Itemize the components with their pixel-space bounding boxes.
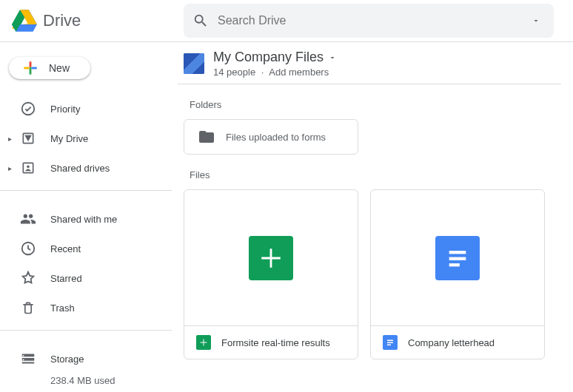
shared-drive-thumbnail[interactable] bbox=[184, 53, 204, 74]
svg-point-3 bbox=[22, 103, 35, 115]
member-count: 14 people bbox=[213, 67, 255, 78]
nav-storage[interactable]: Storage bbox=[0, 344, 172, 374]
docs-icon bbox=[435, 236, 480, 280]
top-bar: Drive bbox=[0, 0, 573, 41]
brand-title: Drive bbox=[43, 11, 81, 30]
plus-icon bbox=[21, 58, 40, 78]
trash-icon bbox=[19, 299, 37, 317]
files-section-label: Files bbox=[190, 169, 561, 180]
svg-rect-8 bbox=[449, 251, 466, 254]
svg-rect-11 bbox=[387, 340, 393, 342]
svg-point-6 bbox=[27, 166, 30, 169]
search-icon bbox=[192, 13, 209, 29]
file-preview bbox=[184, 190, 358, 325]
nav-shared-with-me[interactable]: Shared with me bbox=[0, 204, 172, 234]
storage-icon bbox=[19, 350, 37, 368]
shared-with-me-icon bbox=[19, 210, 37, 228]
priority-icon bbox=[19, 100, 37, 118]
add-members-link[interactable]: Add members bbox=[269, 67, 329, 78]
file-item[interactable]: Company letterhead bbox=[370, 189, 545, 359]
sheets-icon bbox=[249, 236, 293, 280]
chevron-right-icon[interactable]: ▸ bbox=[4, 135, 15, 143]
sidebar: New Priority ▸ My Drive ▸ bbox=[0, 42, 178, 392]
search-box[interactable] bbox=[184, 4, 554, 38]
nav-trash[interactable]: Trash bbox=[0, 293, 172, 322]
my-drive-icon bbox=[19, 129, 37, 147]
shared-drive-title-dropdown[interactable]: My Company Files bbox=[213, 50, 337, 65]
sheets-icon bbox=[196, 335, 211, 350]
file-name: Formsite real-time results bbox=[221, 337, 330, 348]
folder-name: Files uploaded to forms bbox=[226, 132, 326, 143]
search-input[interactable] bbox=[218, 14, 527, 27]
drive-logo-icon bbox=[12, 10, 37, 32]
brand[interactable]: Drive bbox=[6, 10, 184, 32]
nav-recent[interactable]: Recent bbox=[0, 234, 172, 263]
chevron-down-icon bbox=[328, 53, 337, 62]
nav-priority[interactable]: Priority bbox=[0, 94, 172, 124]
nav-my-drive[interactable]: ▸ My Drive bbox=[0, 124, 172, 153]
svg-rect-12 bbox=[387, 342, 393, 344]
recent-icon bbox=[19, 240, 37, 257]
folder-item[interactable]: Files uploaded to forms bbox=[184, 119, 358, 155]
main-content: My Company Files 14 people · Add members… bbox=[178, 42, 573, 392]
nav-shared-drives[interactable]: ▸ Shared drives bbox=[0, 153, 172, 183]
shared-drive-header: My Company Files 14 people · Add members bbox=[178, 42, 561, 84]
new-button-label: New bbox=[49, 62, 70, 74]
svg-rect-10 bbox=[449, 263, 460, 266]
new-button[interactable]: New bbox=[9, 57, 90, 79]
folder-icon bbox=[198, 128, 215, 146]
search-options-dropdown-icon[interactable] bbox=[527, 12, 545, 30]
svg-rect-9 bbox=[449, 257, 466, 260]
file-name: Company letterhead bbox=[408, 337, 495, 348]
file-item[interactable]: Formsite real-time results bbox=[184, 189, 358, 359]
nav-starred[interactable]: Starred bbox=[0, 263, 172, 293]
folders-section-label: Folders bbox=[190, 99, 561, 110]
chevron-right-icon[interactable]: ▸ bbox=[4, 164, 15, 172]
shared-drive-title: My Company Files bbox=[213, 50, 324, 65]
svg-rect-13 bbox=[387, 345, 391, 346]
file-preview bbox=[371, 190, 544, 325]
shared-drives-icon bbox=[19, 159, 37, 177]
star-icon bbox=[19, 269, 37, 287]
storage-usage: 238.4 MB used bbox=[0, 375, 172, 386]
docs-icon bbox=[383, 335, 398, 350]
